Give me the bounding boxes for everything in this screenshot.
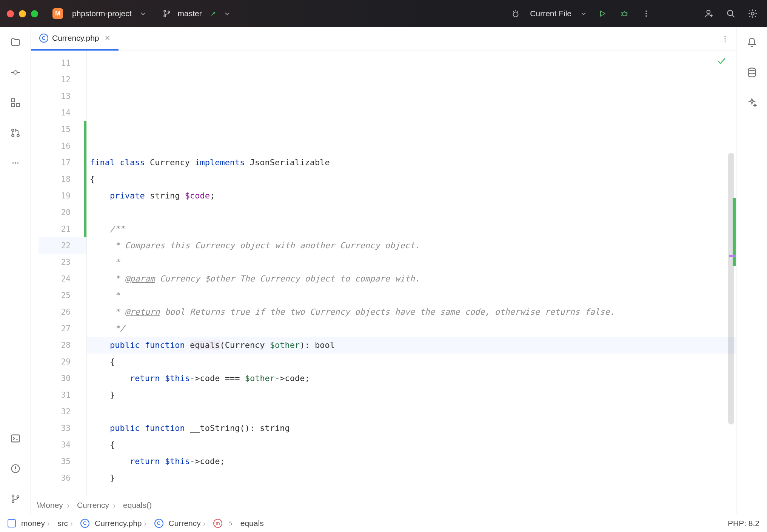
vcs-change-marker-icon[interactable] bbox=[84, 171, 86, 188]
structure-tool-icon[interactable] bbox=[7, 94, 24, 111]
vcs-change-marker-icon[interactable] bbox=[84, 121, 86, 138]
gutter-line[interactable]: 31 bbox=[39, 387, 86, 403]
gutter-line[interactable]: 25 bbox=[39, 287, 86, 304]
gutter-line[interactable]: 23 bbox=[39, 254, 86, 271]
run-button[interactable] bbox=[595, 6, 610, 21]
code-line[interactable]: * bbox=[87, 287, 736, 304]
run-config[interactable]: Current File bbox=[530, 9, 571, 18]
pull-requests-tool-icon[interactable] bbox=[7, 125, 24, 141]
gutter-line[interactable]: 29 bbox=[39, 354, 86, 370]
code-line[interactable] bbox=[87, 486, 736, 496]
gutter-line[interactable]: 14 bbox=[39, 105, 86, 121]
gutter-line[interactable]: 13 bbox=[39, 88, 86, 105]
gutter-line[interactable]: 15 bbox=[39, 121, 86, 138]
notifications-icon[interactable] bbox=[744, 34, 760, 51]
code-line[interactable]: { bbox=[87, 171, 736, 188]
debug-button[interactable] bbox=[617, 6, 632, 21]
breadcrumb-item[interactable]: \Money bbox=[37, 501, 73, 510]
gutter-line[interactable]: 12 bbox=[39, 71, 86, 88]
code-line[interactable]: * bbox=[87, 254, 736, 271]
status-path-item[interactable]: money bbox=[21, 519, 52, 528]
close-window-icon[interactable] bbox=[7, 10, 14, 17]
code-line[interactable]: * @return bool Returns true if the two C… bbox=[87, 304, 736, 320]
step-icon[interactable] bbox=[508, 6, 523, 21]
vcs-change-marker-icon[interactable] bbox=[84, 221, 86, 237]
code-line[interactable]: */ bbox=[87, 320, 736, 337]
gutter-line[interactable]: 17 bbox=[39, 154, 86, 171]
breadcrumb-item[interactable]: equals() bbox=[123, 501, 152, 510]
gutter-line[interactable]: 32 bbox=[39, 403, 86, 420]
gutter-line[interactable]: 33 bbox=[39, 420, 86, 437]
vcs-tool-icon[interactable] bbox=[7, 490, 24, 507]
gutter-line[interactable]: 34 bbox=[39, 437, 86, 453]
branch-icon[interactable] bbox=[163, 9, 171, 18]
gutter-line[interactable]: 16 bbox=[39, 138, 86, 154]
ai-assistant-icon[interactable] bbox=[744, 94, 760, 111]
breadcrumbs-local[interactable]: \MoneyCurrencyequals() bbox=[31, 496, 736, 514]
chevron-down-icon[interactable] bbox=[581, 11, 587, 17]
code-line[interactable]: return $this->code === $other->code; bbox=[87, 370, 736, 387]
more-icon[interactable] bbox=[639, 6, 654, 21]
gutter-line[interactable]: 27 bbox=[39, 320, 86, 337]
commit-tool-icon[interactable] bbox=[7, 64, 24, 81]
code-line[interactable] bbox=[87, 204, 736, 221]
terminal-tool-icon[interactable] bbox=[7, 430, 24, 447]
gutter-line[interactable]: 22 bbox=[39, 237, 86, 254]
tab-more-icon[interactable] bbox=[715, 27, 736, 51]
code-line[interactable]: public function equals(Currency $other):… bbox=[87, 337, 736, 354]
tab-currency[interactable]: C Currency.php ✕ bbox=[31, 27, 119, 51]
gutter-line[interactable]: 35 bbox=[39, 453, 86, 470]
status-path-item[interactable]: equals bbox=[240, 519, 264, 528]
code-line[interactable]: private string $code; bbox=[87, 188, 736, 204]
code-line[interactable]: { bbox=[87, 437, 736, 453]
editor-body[interactable]: 1112131415161718192021222324252627282930… bbox=[31, 51, 736, 496]
vcs-change-marker-icon[interactable] bbox=[84, 188, 86, 204]
gutter-line[interactable]: 30 bbox=[39, 370, 86, 387]
code-line[interactable]: /** bbox=[87, 221, 736, 237]
code-line[interactable]: final class Currency implements JsonSeri… bbox=[87, 154, 736, 171]
breadcrumb-item[interactable]: Currency bbox=[77, 501, 119, 510]
code-line[interactable]: return $this->code; bbox=[87, 453, 736, 470]
code-line[interactable]: } bbox=[87, 470, 736, 486]
code-line[interactable]: * Compares this Currency object with ano… bbox=[87, 237, 736, 254]
code-area[interactable]: final class Currency implements JsonSeri… bbox=[87, 51, 736, 496]
code-line[interactable]: public function __toString(): string bbox=[87, 420, 736, 437]
code-line[interactable]: } bbox=[87, 387, 736, 403]
project-name[interactable]: phpstorm-project bbox=[72, 9, 132, 18]
vcs-change-marker-icon[interactable] bbox=[84, 154, 86, 171]
gutter-line[interactable]: 28 bbox=[39, 337, 86, 354]
scrollbar[interactable] bbox=[728, 153, 734, 424]
status-path-item[interactable]: Currency bbox=[169, 519, 208, 528]
code-line[interactable]: * @param Currency $other The Currency ob… bbox=[87, 271, 736, 287]
settings-icon[interactable] bbox=[745, 6, 760, 21]
problems-tool-icon[interactable] bbox=[7, 460, 24, 477]
gutter[interactable]: 1112131415161718192021222324252627282930… bbox=[39, 51, 87, 496]
chevron-down-icon[interactable] bbox=[140, 11, 146, 17]
branch-name[interactable]: master bbox=[178, 9, 202, 18]
database-tool-icon[interactable] bbox=[744, 64, 760, 81]
php-version[interactable]: PHP: 8.2 bbox=[728, 519, 759, 528]
code-line[interactable]: { bbox=[87, 354, 736, 370]
more-tool-icon[interactable] bbox=[7, 155, 24, 171]
close-tab-icon[interactable]: ✕ bbox=[105, 34, 110, 42]
gutter-line[interactable]: 21 bbox=[39, 221, 86, 237]
chevron-down-icon[interactable] bbox=[224, 11, 230, 17]
gutter-line[interactable]: 26 bbox=[39, 304, 86, 320]
code-with-me-icon[interactable] bbox=[701, 6, 716, 21]
gutter-line[interactable]: 24 bbox=[39, 271, 86, 287]
minimize-window-icon[interactable] bbox=[19, 10, 26, 17]
search-icon[interactable] bbox=[723, 6, 738, 21]
gutter-line[interactable]: 11 bbox=[39, 55, 86, 71]
code-line[interactable] bbox=[87, 403, 736, 420]
vcs-change-marker-icon[interactable] bbox=[84, 204, 86, 221]
gutter-line[interactable]: 20 bbox=[39, 204, 86, 221]
gutter-line[interactable]: 18 bbox=[39, 171, 86, 188]
status-path-item[interactable]: Currency.php bbox=[95, 519, 149, 528]
vcs-change-marker-icon[interactable] bbox=[84, 138, 86, 154]
gutter-line[interactable]: 19 bbox=[39, 188, 86, 204]
gutter-line[interactable]: 36 bbox=[39, 470, 86, 486]
status-path-item[interactable]: src bbox=[57, 519, 75, 528]
zoom-window-icon[interactable] bbox=[31, 10, 38, 17]
inspections-ok-icon[interactable] bbox=[717, 56, 727, 66]
project-tool-icon[interactable] bbox=[7, 34, 24, 51]
